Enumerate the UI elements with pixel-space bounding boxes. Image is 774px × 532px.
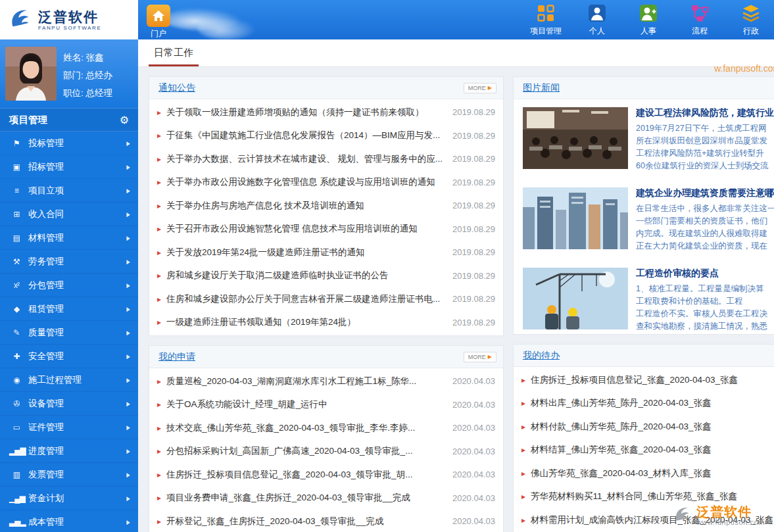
chevron-right-icon: ▶ xyxy=(127,329,130,335)
sidebar-menu-item[interactable]: ▂▅▇ 进度管理 ▶ xyxy=(0,439,138,463)
news-title[interactable]: 建设工程法律风险防范，建筑行业转型 xyxy=(636,107,774,119)
sidebar-menu-item[interactable]: ▁▄▆ 资金计划 ▶ xyxy=(0,487,138,510)
todo-item-text: 佛山芳华苑_张鑫_2020-04-03_材料入库_张鑫 xyxy=(531,468,774,479)
notice-list-item[interactable]: ▸ 关于领取一级注册建造师增项贴的通知（须持一建证书前来领取） 2019.08.… xyxy=(157,101,495,124)
sidebar-menu-item[interactable]: ✇ 设备管理 ▶ xyxy=(0,392,138,416)
sidebar-section-label: 项目管理 xyxy=(9,114,47,126)
notice-list-item[interactable]: ▸ 住房和城乡建设部办公厅关于同意吉林省开展二级建造师注册证书电... 2019… xyxy=(157,287,495,311)
top-navigation: 项目管理 个人 xyxy=(527,3,770,37)
menu-item-icon: ◉ xyxy=(9,375,24,385)
menu-item-label: 设备管理 xyxy=(28,398,64,410)
sidebar-menu-item[interactable]: ▃▅▂ 成本管理 ▶ xyxy=(0,510,138,532)
notice-list-item[interactable]: ▸ 关于举办住房与房地产信息化 技术及培训班的通知 2019.08.29 xyxy=(157,194,495,218)
sidebar-menu-item[interactable]: ◆ 租赁管理 ▶ xyxy=(0,297,138,321)
sidebar-menu-item[interactable]: ≡ 项目立项 ▶ xyxy=(0,179,138,203)
bullet-arrow-icon: ▸ xyxy=(157,131,161,140)
bullet-arrow-icon: ▸ xyxy=(521,469,525,478)
brand-logo[interactable]: 泛普软件 FANPU SOFTWARE xyxy=(0,0,138,39)
application-item-date: 2020.04.03 xyxy=(452,470,495,479)
notice-list-item[interactable]: ▸ 一级建造师注册证书领取通知（2019年第24批） 2019.08.29 xyxy=(157,311,495,335)
news-title[interactable]: 建筑企业办理建筑资质需要注意哪些 xyxy=(636,187,774,199)
notice-more-button[interactable]: MORE ▶ xyxy=(464,83,496,93)
sidebar-menu-item[interactable]: ▣ 招标管理 ▶ xyxy=(0,155,138,179)
my-applications-list: ▸ 质量巡检_2020-04-03_湖南洞庭湖水库引水工程施工1标_陈华... … xyxy=(149,368,503,532)
menu-item-label: 分包管理 xyxy=(28,279,64,291)
notice-list-item[interactable]: ▸ 于征集《中国建筑施工行业信息化发展报告（2014）—BIM应用与发... 2… xyxy=(157,124,495,148)
news-line: 在日常生活中，很多人都非常关注这一 xyxy=(636,203,774,215)
gear-icon[interactable]: ⚙ xyxy=(120,114,129,126)
nav-item-label: 个人 xyxy=(589,26,605,36)
nav-item-hr[interactable]: 人事 xyxy=(629,3,667,37)
cloud-decoration xyxy=(163,8,242,30)
sidebar-menu-item[interactable]: ▤ 材料管理 ▶ xyxy=(0,226,138,250)
notice-item-text: 关于发放2019年第24批一级建造师注册证书的通知 xyxy=(166,247,445,258)
my-todos-title[interactable]: 我的待办 xyxy=(523,350,560,362)
sidebar-menu-item[interactable]: x² 分包管理 ▶ xyxy=(0,274,138,297)
sidebar-menu-item[interactable]: ⚑ 投标管理 ▶ xyxy=(0,132,138,155)
todo-list-item[interactable]: ▸ 住房拆迁_投标项目信息登记_张鑫_2020-04-03_张鑫 xyxy=(521,368,774,392)
notice-list-item[interactable]: ▸ 关于发放2019年第24批一级建造师注册证书的通知 2019.08.29 xyxy=(157,241,495,264)
sidebar-menu-item[interactable]: ▭ 证件管理 ▶ xyxy=(0,416,138,439)
tab-daily-work[interactable]: 日常工作 xyxy=(149,39,199,66)
bullet-arrow-icon: ▸ xyxy=(157,155,161,164)
nav-item-workflow[interactable]: 流程 xyxy=(681,3,719,37)
application-list-item[interactable]: ▸ 质量巡检_2020-04-03_湖南洞庭湖水库引水工程施工1标_陈华... … xyxy=(157,370,495,393)
nav-item-personal[interactable]: 个人 xyxy=(578,3,616,37)
todo-list-item[interactable]: ▸ 材料需用计划_成渝高铁内江标段项目_张鑫_2020-04-03_张鑫 xyxy=(521,508,774,532)
application-list-item[interactable]: ▸ 分包招标采购计划_高国新_广佛高速_2020-04-03_领导审批_... … xyxy=(157,440,495,464)
brand-subname: FANPU SOFTWARE xyxy=(38,25,101,31)
todo-list-item[interactable]: ▸ 材料出库_佛山芳华苑_陈丹_2020-04-03_张鑫 xyxy=(521,392,774,416)
sidebar-menu-item[interactable]: ▥ 发票管理 ▶ xyxy=(0,463,138,487)
notice-list-item[interactable]: ▸ 关于召开市政公用设施智慧化管理 信息技术与应用培训班的通知 2019.08.… xyxy=(157,218,495,241)
avatar xyxy=(5,47,57,101)
chevron-right-icon: ▶ xyxy=(127,447,130,454)
menu-item-icon: ▤ xyxy=(9,233,24,243)
bullet-arrow-icon: ▸ xyxy=(157,178,161,187)
notice-list-item[interactable]: ▸ 房和城乡建设厅关于取消二级建造师临时执业证书的公告 2019.08.29 xyxy=(157,264,495,288)
menu-item-icon: ⚒ xyxy=(9,257,24,266)
sidebar-menu-item[interactable]: ✎ 质量管理 ▶ xyxy=(0,321,138,345)
news-item[interactable]: 建筑企业办理建筑资质需要注意哪些 在日常生活中，很多人都非常关注这一 一些部门需… xyxy=(514,180,774,260)
todo-list-item[interactable]: ▸ 材料付款_佛山芳华苑_陈丹_2020-04-03_张鑫 xyxy=(521,415,774,439)
news-item[interactable]: 工程造价审核的要点 1、核准工程量。工程量是编制决算 工程取费和计价的基础。工程… xyxy=(514,260,774,335)
sidebar-menu-item[interactable]: ⊞ 收入合同 ▶ xyxy=(0,203,138,226)
menu-item-label: 资金计划 xyxy=(28,493,64,504)
todo-list-item[interactable]: ▸ 佛山芳华苑_张鑫_2020-04-03_材料入库_张鑫 xyxy=(521,462,774,485)
news-title[interactable]: 工程造价审核的要点 xyxy=(636,268,774,279)
notice-list-item[interactable]: ▸ 关于举办大数据、云计算技术在城市建设、 规划、管理与服务中的应... 201… xyxy=(157,147,495,171)
todo-list-item[interactable]: ▸ 芳华苑材料购买11_材料合同_佛山芳华苑_张鑫_张鑫 xyxy=(521,485,774,509)
my-applications-title[interactable]: 我的申请 xyxy=(158,351,195,363)
menu-item-label: 招标管理 xyxy=(28,161,64,173)
application-list-item[interactable]: ▸ 技术交底_佛山芳华苑_张鑫_2020-04-03_领导审批_李华.李婷...… xyxy=(157,416,495,440)
application-list-item[interactable]: ▸ 住房拆迁_投标项目信息登记_张鑫_2020-04-03_领导审批_胡... … xyxy=(157,463,495,487)
bullet-arrow-icon: ▸ xyxy=(157,318,161,327)
home-icon xyxy=(147,5,170,27)
chevron-right-icon: ▶ xyxy=(127,376,130,383)
todo-list-item[interactable]: ▸ 材料结算_佛山芳华苑_张鑫_2020-04-03_张鑫 xyxy=(521,439,774,462)
nav-item-portal[interactable]: 门户 xyxy=(143,5,174,39)
nav-item-project-management[interactable]: 项目管理 xyxy=(527,3,565,37)
picture-news-title[interactable]: 图片新闻 xyxy=(523,82,560,94)
application-list-item[interactable]: ▸ 开标登记_张鑫_住房拆迁_2020-04-03_领导审批__完成 2020.… xyxy=(157,510,495,532)
menu-item-icon: ✇ xyxy=(9,399,24,408)
application-item-text: 质量巡检_2020-04-03_湖南洞庭湖水库引水工程施工1标_陈华... xyxy=(166,375,445,387)
sidebar-menu-item[interactable]: ◉ 施工过程管理 ▶ xyxy=(0,368,138,392)
nav-item-admin[interactable]: 行政 xyxy=(732,3,770,37)
sidebar-menu-item[interactable]: ⚒ 劳务管理 ▶ xyxy=(0,250,138,274)
todo-item-text: 材料出库_佛山芳华苑_陈丹_2020-04-03_张鑫 xyxy=(531,397,774,409)
user-title: 职位: 总经理 xyxy=(63,84,112,102)
bullet-arrow-icon: ▸ xyxy=(521,375,525,385)
notice-list-item[interactable]: ▸ 关于举办市政公用设施数字化管理信息 系统建设与应用培训班的通知 2019.0… xyxy=(157,171,495,195)
sidebar-section-project-management[interactable]: 项目管理 ⚙ xyxy=(0,108,138,132)
application-list-item[interactable]: ▸ 项目业务费申请_张鑫_住房拆迁_2020-04-03_领导审批__完成 20… xyxy=(157,487,495,510)
news-item[interactable]: 建设工程法律风险防范，建筑行业转型 2019年7月27日下午，土筑虎工程网 所在… xyxy=(514,99,774,180)
notice-panel-title[interactable]: 通知公告 xyxy=(158,82,195,94)
my-applications-more-button[interactable]: MORE ▶ xyxy=(464,352,496,362)
application-list-item[interactable]: ▸ 关于OA系统功能设计_经理_胡建_运行中 2020.04.03 xyxy=(157,393,495,417)
notice-panel-header: 通知公告 MORE ▶ xyxy=(149,77,503,99)
brand-logo-icon xyxy=(8,6,33,34)
chevron-right-icon: ▶ xyxy=(127,305,130,312)
chevron-right-icon: ▶ xyxy=(127,258,130,264)
sidebar-menu-item[interactable]: ✚ 安全管理 ▶ xyxy=(0,345,138,368)
chevron-right-icon: ▶ xyxy=(127,495,130,501)
